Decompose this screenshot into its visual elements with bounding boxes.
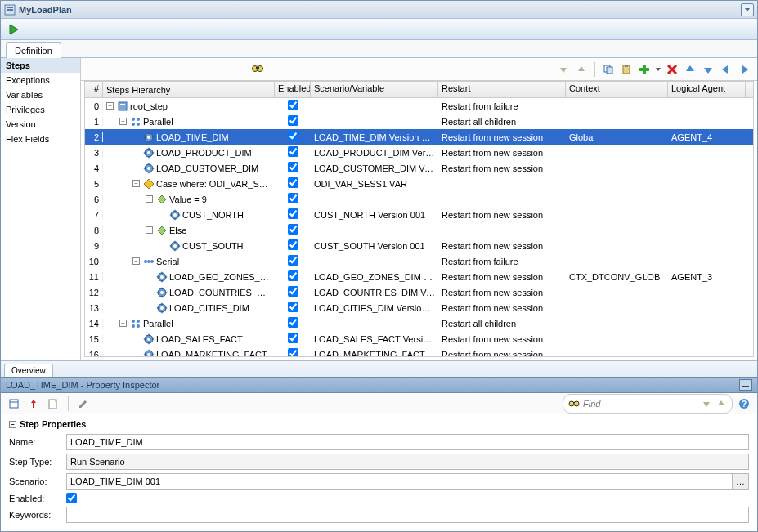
enabled-checkbox[interactable] xyxy=(288,255,298,266)
table-row[interactable]: 14−ParallelRestart all children xyxy=(85,315,753,331)
tree-toggle-icon[interactable]: − xyxy=(106,102,114,110)
cell-restart: Restart all children xyxy=(438,319,566,329)
find-next-icon[interactable] xyxy=(701,396,712,412)
table-row[interactable]: 5−Case where: ODI_VAR_SESS1ODI_VAR_SESS1… xyxy=(85,176,753,191)
copy-icon[interactable] xyxy=(600,61,617,78)
enabled-checkbox[interactable] xyxy=(288,146,298,157)
col-scenario[interactable]: Scenario/Variable xyxy=(311,82,438,97)
arrow-down-icon[interactable] xyxy=(555,61,572,78)
help-icon[interactable]: ? xyxy=(736,396,752,412)
sidebar-item-steps[interactable]: Steps xyxy=(1,58,80,73)
enabled-checkbox[interactable] xyxy=(288,115,298,126)
table-row[interactable]: 1−ParallelRestart all children xyxy=(85,114,753,129)
tree-toggle-icon[interactable]: − xyxy=(146,226,153,234)
inspector-title-bar: LOAD_TIME_DIM - Property Inspector xyxy=(1,377,757,393)
search-icon[interactable] xyxy=(249,61,266,78)
sidebar-item-privileges[interactable]: Privileges xyxy=(1,102,80,117)
table-row[interactable]: 13LOAD_CITIES_DIMLOAD_CITIES_DIM Version… xyxy=(85,300,753,315)
enabled-checkbox[interactable] xyxy=(288,286,298,297)
table-row[interactable]: 9CUST_SOUTHCUST_SOUTH Version 001Restart… xyxy=(85,238,753,253)
enabled-checkbox[interactable] xyxy=(288,131,298,141)
move-down-icon[interactable] xyxy=(700,61,716,78)
window-title: MyLoadPlan xyxy=(19,5,72,15)
field-enabled[interactable] xyxy=(66,493,77,503)
col-number[interactable]: # xyxy=(85,82,103,97)
enabled-checkbox[interactable] xyxy=(288,193,298,203)
sidebar-item-version[interactable]: Version xyxy=(1,117,80,132)
window-menu-button[interactable] xyxy=(741,3,754,16)
browse-scenario-button[interactable]: … xyxy=(733,473,749,490)
svg-point-40 xyxy=(137,320,140,323)
table-row[interactable]: 10−SerialRestart from failure xyxy=(85,253,753,269)
find-input[interactable] xyxy=(583,399,697,409)
enabled-checkbox[interactable] xyxy=(288,270,298,281)
edit-icon[interactable] xyxy=(75,396,92,412)
table-row[interactable]: 16LOAD_MARKETING_FACTLOAD_MARKETING_FACT… xyxy=(85,346,753,356)
find-prev-icon[interactable] xyxy=(715,396,727,412)
table-row[interactable]: 6−Value = 9 xyxy=(85,191,753,207)
svg-point-31 xyxy=(147,260,150,263)
svg-point-36 xyxy=(160,291,164,294)
root-icon xyxy=(117,101,128,112)
table-row[interactable]: 11LOAD_GEO_ZONES_DIMLOAD_GEO_ZONES_DIM V… xyxy=(85,269,753,284)
col-agent[interactable]: Logical Agent xyxy=(668,82,746,97)
add-dropdown-icon[interactable] xyxy=(654,61,662,78)
tree-toggle-icon[interactable]: − xyxy=(119,320,127,327)
tab-definition[interactable]: Definition xyxy=(6,42,61,58)
table-row[interactable]: 3LOAD_PRODUCT_DIMLOAD_PRODUCT_DIM Versio… xyxy=(85,145,753,160)
table-row[interactable]: 8−Else xyxy=(85,222,753,238)
field-name[interactable] xyxy=(66,434,749,450)
enabled-checkbox[interactable] xyxy=(288,100,298,110)
move-left-icon[interactable] xyxy=(718,61,734,78)
enabled-checkbox[interactable] xyxy=(288,317,298,328)
enabled-checkbox[interactable] xyxy=(288,224,298,235)
add-step-button[interactable] xyxy=(636,61,653,78)
enabled-checkbox[interactable] xyxy=(288,302,298,312)
tree-toggle-icon[interactable]: − xyxy=(132,180,140,187)
tab-overview[interactable]: Overview xyxy=(4,364,53,377)
table-row[interactable]: 2LOAD_TIME_DIMLOAD_TIME_DIM Version 001R… xyxy=(85,129,753,145)
col-restart[interactable]: Restart xyxy=(438,82,566,97)
section-step-properties[interactable]: − Step Properties xyxy=(9,419,749,429)
delete-step-button[interactable] xyxy=(664,61,680,78)
gear-icon xyxy=(143,163,155,174)
arrow-up-icon[interactable] xyxy=(573,61,590,78)
table-row[interactable]: 12LOAD_COUNTRIES_DIMLOAD_COUNTRIES_DIM V… xyxy=(85,284,753,300)
enabled-checkbox[interactable] xyxy=(288,177,298,188)
move-up-icon[interactable] xyxy=(682,61,698,78)
cell-scenario: ODI_VAR_SESS1.VAR xyxy=(311,179,438,189)
enabled-checkbox[interactable] xyxy=(288,239,298,250)
move-right-icon[interactable] xyxy=(736,61,752,78)
table-row[interactable]: 7CUST_NORTHCUST_NORTH Version 001Restart… xyxy=(85,207,753,222)
grid-body[interactable]: 0−root_stepRestart from failure1−Paralle… xyxy=(85,98,753,356)
sidebar-item-flex-fields[interactable]: Flex Fields xyxy=(1,132,80,146)
table-row[interactable]: 15LOAD_SALES_FACTLOAD_SALES_FACT Version… xyxy=(85,331,753,346)
step-label: Serial xyxy=(156,257,179,266)
run-button[interactable] xyxy=(6,21,22,38)
sidebar-item-variables[interactable]: Variables xyxy=(1,87,80,102)
new-icon[interactable] xyxy=(45,396,61,412)
enabled-checkbox[interactable] xyxy=(288,333,298,343)
inspector-minimize-button[interactable] xyxy=(739,379,752,391)
table-row[interactable]: 4LOAD_CUSTOMER_DIMLOAD_CUSTOMER_DIM Vers… xyxy=(85,160,753,176)
freeze-icon[interactable] xyxy=(6,396,22,412)
tree-toggle-icon[interactable]: − xyxy=(132,257,140,265)
enabled-checkbox[interactable] xyxy=(288,348,298,356)
field-scenario[interactable] xyxy=(66,473,733,490)
svg-point-25 xyxy=(147,167,150,170)
col-hierarchy[interactable]: Steps Hierarchy xyxy=(103,82,275,97)
tree-toggle-icon[interactable]: − xyxy=(119,118,127,125)
paste-icon[interactable] xyxy=(618,61,635,78)
col-context[interactable]: Context xyxy=(566,82,668,97)
sidebar-item-exceptions[interactable]: Exceptions xyxy=(1,73,80,87)
tree-toggle-icon[interactable]: − xyxy=(146,195,153,203)
enabled-checkbox[interactable] xyxy=(288,162,298,172)
load-plan-icon xyxy=(4,4,16,16)
pin-icon[interactable] xyxy=(25,396,42,412)
field-keywords[interactable] xyxy=(66,507,749,523)
step-label: LOAD_CITIES_DIM xyxy=(169,303,249,313)
cell-scenario: LOAD_SALES_FACT Version .. xyxy=(311,334,438,344)
table-row[interactable]: 0−root_stepRestart from failure xyxy=(85,98,753,114)
col-enabled[interactable]: Enabled xyxy=(275,82,311,97)
enabled-checkbox[interactable] xyxy=(288,208,298,219)
